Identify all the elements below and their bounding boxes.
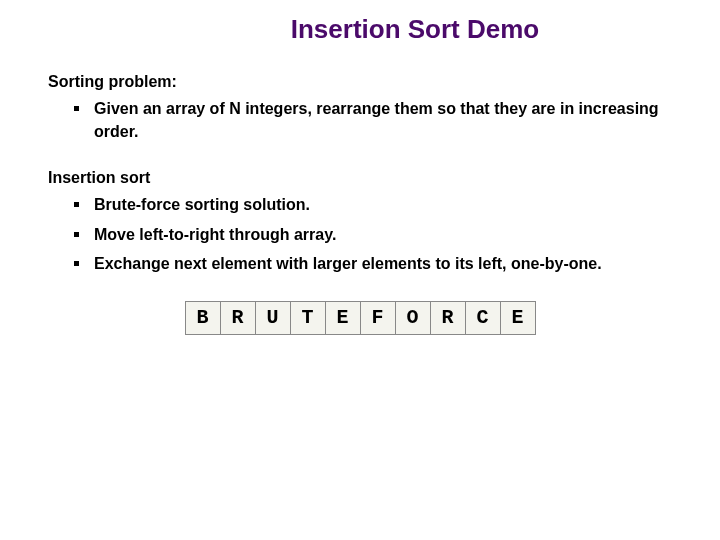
array-cell: F <box>360 301 396 335</box>
array-cell: T <box>290 301 326 335</box>
array-cell: E <box>500 301 536 335</box>
section-2-list: Brute-force sorting solution. Move left-… <box>48 193 672 275</box>
array-cell: U <box>255 301 291 335</box>
section-1-list: Given an array of N integers, rearrange … <box>48 97 672 143</box>
array-cell: O <box>395 301 431 335</box>
array-cell: C <box>465 301 501 335</box>
slide-title: Insertion Sort Demo <box>158 14 672 45</box>
array-cell: E <box>325 301 361 335</box>
array-visualization: B R U T E F O R C E <box>48 301 672 335</box>
list-item: Exchange next element with larger elemen… <box>84 252 672 275</box>
array-cell: R <box>430 301 466 335</box>
list-item: Given an array of N integers, rearrange … <box>84 97 672 143</box>
array-cell: B <box>185 301 221 335</box>
list-item: Brute-force sorting solution. <box>84 193 672 216</box>
list-item: Move left-to-right through array. <box>84 223 672 246</box>
section-heading-2: Insertion sort <box>48 169 672 187</box>
section-heading-1: Sorting problem: <box>48 73 672 91</box>
array-cell: R <box>220 301 256 335</box>
slide: Insertion Sort Demo Sorting problem: Giv… <box>0 0 720 540</box>
